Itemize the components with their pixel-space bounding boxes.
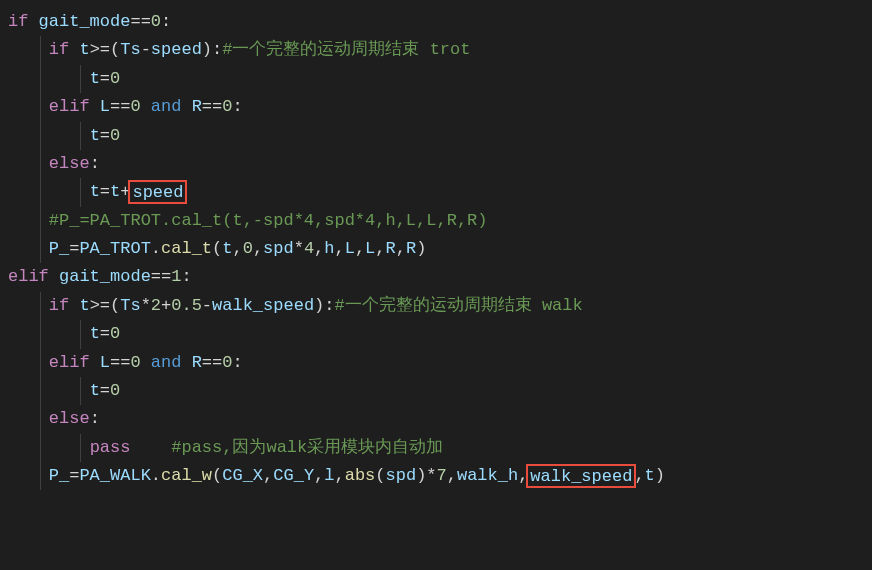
paren: ( [110,40,120,59]
code-line[interactable]: elif gait_mode==1: [0,263,872,291]
variable: gait_mode [59,267,151,286]
variable: t [79,296,89,315]
number: 0 [130,97,140,116]
variable: R [192,353,202,372]
comma: , [314,466,324,485]
colon: : [161,12,171,31]
variable: t [90,182,100,201]
code-line[interactable]: pass #pass,因为walk采用模块内自动加 [0,434,872,462]
paren: ) [314,296,324,315]
code-line[interactable]: t=t+speed [0,178,872,206]
code-line[interactable]: if gait_mode==0: [0,8,872,36]
comma: , [335,466,345,485]
number: 0 [110,324,120,343]
variable: speed [151,40,202,59]
colon: : [181,267,191,286]
number: 0 [130,353,140,372]
number: 0 [222,353,232,372]
operator: - [202,296,212,315]
number: 0 [110,381,120,400]
comma: , [447,466,457,485]
comma: , [634,466,644,485]
highlighted-walk-speed: walk_speed [526,464,636,488]
indent [8,466,49,485]
comment: #pass,因为walk采用模块内自动加 [171,438,443,457]
comment: #一个完整的运动周期结束 trot [222,40,470,59]
indent [8,324,90,343]
arg: 7 [437,466,447,485]
comma: , [263,466,273,485]
comma: , [396,239,406,258]
paren: ) [655,466,665,485]
code-line[interactable]: else: [0,150,872,178]
arg: l [324,466,334,485]
arg: 4 [304,239,314,258]
space [130,438,171,457]
keyword-if: if [49,296,69,315]
variable: t [90,126,100,145]
variable: L [100,97,110,116]
arg: t [222,239,232,258]
indent [8,126,90,145]
arg: CG_Y [273,466,314,485]
number: 0 [110,69,120,88]
number: 0 [222,97,232,116]
code-line[interactable]: t=0 [0,377,872,405]
colon: : [90,154,100,173]
code-line[interactable]: if t>=(Ts-speed):#一个完整的运动周期结束 trot [0,36,872,64]
code-line[interactable]: t=0 [0,320,872,348]
operator: * [294,239,304,258]
operator: = [100,324,110,343]
arg: 0 [243,239,253,258]
code-line[interactable]: elif L==0 and R==0: [0,349,872,377]
keyword-if: if [49,40,69,59]
code-line[interactable]: P_=PA_WALK.cal_w(CG_X,CG_Y,l,abs(spd)*7,… [0,462,872,490]
indent [8,438,90,457]
code-line[interactable]: else: [0,405,872,433]
indent [8,381,90,400]
paren: ) [416,466,426,485]
variable: P_ [49,239,69,258]
variable: L [100,353,110,372]
code-line[interactable]: if t>=(Ts*2+0.5-walk_speed):#一个完整的运动周期结束… [0,292,872,320]
keyword-if: if [8,12,28,31]
code-line[interactable]: t=0 [0,122,872,150]
comma: , [253,239,263,258]
comma: , [232,239,242,258]
comma: , [375,239,385,258]
code-editor[interactable]: if gait_mode==0: if t>=(Ts-speed):#一个完整的… [0,8,872,490]
code-line[interactable]: t=0 [0,65,872,93]
variable: P_ [49,466,69,485]
operator: * [426,466,436,485]
operator: = [69,466,79,485]
keyword-and: and [151,97,182,116]
operator: == [202,353,222,372]
operator: = [100,182,110,201]
dot: . [151,239,161,258]
colon: : [232,97,242,116]
comma: , [355,239,365,258]
operator: = [100,69,110,88]
arg: spd [263,239,294,258]
function: cal_t [161,239,212,258]
comment: #P_=PA_TROT.cal_t(t,-spd*4,spd*4,h,L,L,R… [49,211,488,230]
arg: L [345,239,355,258]
code-line[interactable]: P_=PA_TROT.cal_t(t,0,spd*4,h,L,L,R,R) [0,235,872,263]
variable: R [192,97,202,116]
variable: PA_WALK [79,466,150,485]
arg: R [406,239,416,258]
comma: , [335,239,345,258]
code-line[interactable]: elif L==0 and R==0: [0,93,872,121]
colon: : [212,40,222,59]
indent [8,353,49,372]
keyword-and: and [151,353,182,372]
indent [8,211,49,230]
colon: : [90,409,100,428]
arg: CG_X [222,466,263,485]
operator: == [110,97,130,116]
operator: = [100,126,110,145]
comment: #一个完整的运动周期结束 walk [335,296,583,315]
variable: Ts [120,40,140,59]
operator: = [69,239,79,258]
code-line[interactable]: #P_=PA_TROT.cal_t(t,-spd*4,spd*4,h,L,L,R… [0,207,872,235]
